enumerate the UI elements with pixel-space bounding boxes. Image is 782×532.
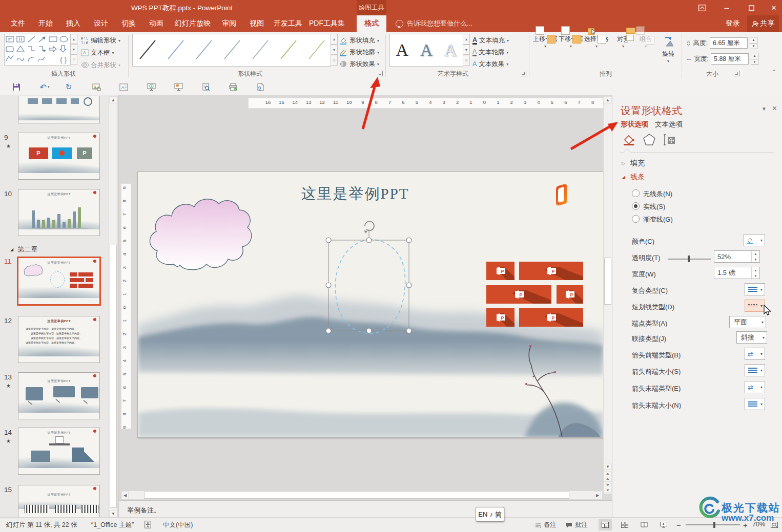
tab-design[interactable]: 设计 [89,15,113,32]
slide-title[interactable]: 这里是举例PPT [301,185,409,202]
normal-view-button[interactable] [599,519,612,530]
tab-shape-options[interactable]: 形状选项 [621,120,648,129]
tab-home[interactable]: 开始 [34,15,57,32]
sign-in-link[interactable]: 登录 [722,15,744,32]
dash-type-dropdown-hover[interactable]: ▾ [745,300,765,312]
print-button[interactable] [227,81,239,93]
tab-format-active[interactable]: 格式 [357,15,386,32]
fill-line-icon[interactable] [622,133,636,149]
thumbnail-slide-10[interactable]: 这里是举例PPT [18,189,100,236]
text-fill-button[interactable]: A 文本填充▾ [472,35,509,46]
canvas-vertical-scrollbar[interactable]: ▲ ▼ ⏶⏶ ⏷⏷ [603,96,612,494]
slideshow-view-button[interactable] [657,519,670,530]
arrow-end-type-dropdown[interactable]: ⇄▾ [745,381,765,393]
gallery-down-icon[interactable]: ▼ [331,45,338,55]
powerpoint-tile[interactable]: P [486,285,551,304]
powerpoint-tile[interactable]: P [519,262,583,280]
scroll-down-icon[interactable]: ▼ [604,463,612,470]
tell-me-box[interactable]: 告诉我您想要做什么... [396,19,472,28]
gallery-down-icon[interactable]: ▼ [463,45,470,55]
selection-pane-button[interactable]: 选择窗格▾ [584,35,609,71]
width-input[interactable]: 5.88 厘米 [711,53,749,65]
gallery-down-icon[interactable]: ▼ [70,44,77,54]
stepper[interactable]: ▲▼ [751,267,759,279]
panel-close-icon[interactable]: ✕ [772,104,777,112]
ime-indicator[interactable]: EN ♪ 简 [476,507,504,522]
wordart-dialog-launcher[interactable] [521,71,526,76]
fit-to-window-button[interactable] [768,519,781,530]
scrollbar-thumb[interactable] [144,492,569,499]
zoom-level[interactable]: 70% [752,521,765,528]
scroll-right-icon[interactable]: ▶ [594,491,601,499]
tab-file[interactable]: 文件 [6,15,30,32]
join-type-dropdown[interactable]: 斜接 ▾ [736,331,767,344]
arrow-end-size-dropdown[interactable]: ▾ [745,398,765,410]
slideshow-from-start-button[interactable] [145,81,157,93]
align-button[interactable]: ← 对齐▾ [613,35,633,71]
wordart-style-3[interactable]: A [444,40,457,60]
share-button[interactable]: 共享 [747,15,779,32]
minimize-button[interactable]: ─ [716,0,737,15]
redo-button[interactable]: ↻ [63,81,75,93]
insert-shape-gallery[interactable]: { } [4,34,71,66]
size-dialog-launcher[interactable] [734,71,739,76]
gallery-up-icon[interactable]: ▲ [331,34,338,45]
reading-view-button[interactable] [637,519,651,530]
previous-slide-button[interactable]: ⏶⏶ [604,472,612,482]
office-logo[interactable] [556,184,567,206]
compound-type-dropdown[interactable]: ▾ [745,283,765,295]
scroll-left-icon[interactable]: ◀ [121,491,129,499]
transparency-value[interactable]: 52% ▲▼ [714,250,760,263]
powerpoint-tile[interactable]: P [486,308,515,327]
text-outline-button[interactable]: A 文本轮廓▾ [472,47,508,58]
shape-styles-dialog-launcher[interactable] [377,71,383,76]
shape-gallery-scroll[interactable]: ▲ ▼ ⍗ [70,34,77,65]
powerpoint-tile[interactable]: P [557,285,583,304]
notes-toggle[interactable]: 备注 [535,521,557,529]
collapse-ribbon-icon[interactable]: ⌃ [772,69,776,75]
line-width-value[interactable]: 1.5 磅 ▲▼ [714,267,760,279]
shape-fill-button[interactable]: 形状填充▾ [339,35,379,46]
display-settings-button[interactable] [90,81,102,93]
powerpoint-tile[interactable]: P [519,308,583,327]
scroll-down-icon[interactable]: ▼ [109,510,117,517]
tab-text-options[interactable]: 文本选项 [655,120,683,129]
height-stepper[interactable]: ▲▼ [750,37,757,49]
slideshow-button[interactable] [172,81,184,93]
line-section-header[interactable]: ◢ 线条 [622,173,645,182]
arrow-begin-type-dropdown[interactable]: ⇄▾ [745,348,765,360]
shape-outline-button[interactable]: 形状轮廓▾ [339,47,379,58]
wordart-scroll[interactable]: ▲ ▼ ⍗ [463,34,470,66]
send-backward-button[interactable]: 下移一层▾ [559,35,583,71]
thumbnail-slide-14[interactable]: 这里是举例PPT [18,428,100,475]
document-link-button[interactable] [254,81,266,93]
group-button-disabled[interactable]: 组合▾ [635,35,656,71]
tab-animations[interactable]: 动画 [145,15,168,32]
radio-solid-line-selected[interactable] [632,202,640,210]
zoom-slider-track[interactable] [686,524,740,525]
wordart-gallery[interactable]: A A A [389,34,463,67]
close-button[interactable]: ✕ [764,0,782,15]
rotate-button[interactable]: 旋转▾ [658,35,678,71]
gallery-more-icon[interactable]: ⍗ [70,54,77,65]
text-effects-button[interactable]: A 文本效果▾ [472,58,508,70]
save-button[interactable] [10,81,23,93]
gallery-more-icon[interactable]: ⍗ [463,55,470,66]
comments-toggle[interactable]: 批注 [566,521,588,529]
bring-forward-button[interactable]: 上移一层▾ [533,35,558,71]
accessibility-icon[interactable] [145,521,151,530]
tab-insert[interactable]: 插入 [61,15,85,32]
effects-icon[interactable] [642,133,656,149]
shape-style-gallery[interactable] [132,34,331,67]
panel-options-icon[interactable]: ▼ [762,106,767,112]
tab-pdf-tools[interactable]: PDF工具集 [307,15,346,32]
vertical-ruler[interactable]: 9876543210123456789 [121,183,131,429]
language-indicator[interactable]: 中文(中国) [163,521,193,529]
gallery-up-icon[interactable]: ▲ [70,34,77,44]
gallery-more-icon[interactable]: ⍗ [331,55,338,66]
tab-view[interactable]: 视图 [245,15,269,32]
tab-developer[interactable]: 开发工具 [273,15,303,32]
print-preview-button[interactable] [200,81,212,93]
scrollbar-thumb[interactable] [604,258,611,305]
slide-canvas[interactable]: 这里是举例PPT [137,172,604,438]
